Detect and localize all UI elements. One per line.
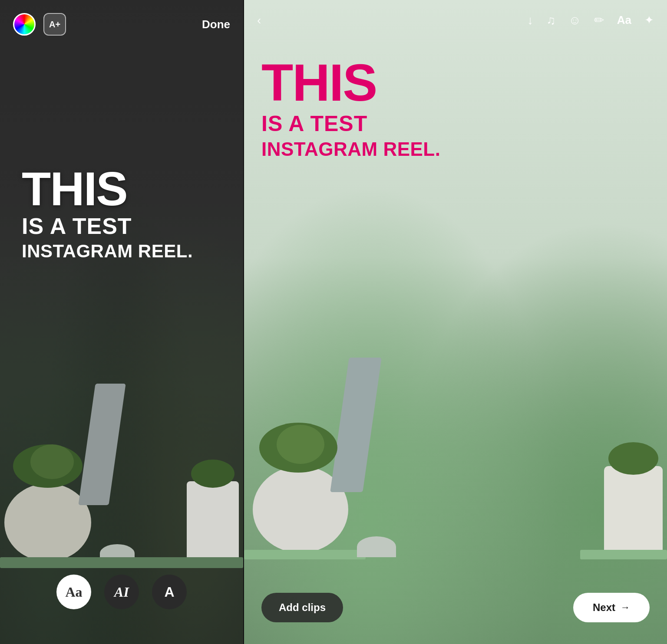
right-bottom-bar: Add clips Next → bbox=[244, 593, 667, 622]
left-text-overlay: THIS IS A TEST INSTAGRAM REEL. bbox=[22, 165, 193, 263]
left-tall-pot-plant bbox=[191, 460, 234, 488]
color-wheel-icon[interactable] bbox=[13, 13, 36, 36]
sparkle-icon[interactable]: ✦ bbox=[644, 13, 654, 27]
right-text-overlay: THIS IS A TEST INSTAGRAM REEL. bbox=[261, 56, 440, 161]
top-bar-left-icons: A+ bbox=[13, 13, 66, 36]
right-foliage-2 bbox=[277, 425, 324, 464]
next-button[interactable]: Next → bbox=[573, 593, 650, 622]
left-pot-body bbox=[4, 483, 91, 562]
left-scene-art bbox=[0, 288, 243, 592]
next-label: Next bbox=[593, 601, 615, 614]
next-arrow-icon: → bbox=[621, 602, 630, 613]
left-big-pot bbox=[4, 483, 91, 562]
text-add-label: A+ bbox=[49, 20, 60, 30]
left-panel: A+ Done THIS IS A TEST INSTAGRAM REEL. bbox=[0, 0, 243, 644]
right-tall-pot bbox=[604, 466, 663, 553]
right-title-line3: INSTAGRAM REEL. bbox=[261, 137, 440, 161]
right-title-line1: THIS bbox=[261, 56, 440, 108]
right-top-bar: ‹ ↓ ♫ ☺ ✏ Aa ✦ bbox=[244, 13, 667, 27]
add-clips-button[interactable]: Add clips bbox=[261, 593, 343, 622]
left-title-line2: IS A TEST bbox=[22, 213, 193, 240]
right-panel: ‹ ↓ ♫ ☺ ✏ Aa ✦ THIS IS A TEST INSTAGRAM … bbox=[244, 0, 667, 644]
font-style-button-italic[interactable]: AI bbox=[104, 575, 139, 609]
left-bottom-font-bar: Aa AI A bbox=[0, 575, 243, 609]
font-style-button-serif[interactable]: Aa bbox=[56, 575, 91, 609]
left-base-platform bbox=[0, 557, 243, 568]
right-base-left bbox=[244, 550, 366, 559]
done-button[interactable]: Done bbox=[202, 18, 230, 31]
music-icon[interactable]: ♫ bbox=[546, 13, 555, 27]
back-button[interactable]: ‹ bbox=[257, 13, 261, 27]
font-style-label-italic: AI bbox=[114, 584, 129, 600]
text-add-button[interactable]: A+ bbox=[43, 13, 66, 36]
emoji-icon[interactable]: ☺ bbox=[568, 13, 581, 27]
right-diagonal-slab bbox=[330, 358, 382, 492]
left-diagonal-slab bbox=[78, 384, 125, 505]
right-tall-pot-plant bbox=[608, 442, 658, 475]
left-top-bar: A+ Done bbox=[0, 13, 243, 36]
left-plant-foliage-2 bbox=[30, 444, 74, 479]
font-style-button-sans[interactable]: A bbox=[152, 575, 187, 609]
right-base-right bbox=[580, 550, 667, 559]
font-style-label-serif: Aa bbox=[65, 584, 82, 600]
font-style-label-sans: A bbox=[164, 584, 174, 600]
left-title-line3: INSTAGRAM REEL. bbox=[22, 240, 193, 263]
text-style-icon[interactable]: Aa bbox=[617, 13, 631, 27]
left-title-line1: THIS bbox=[22, 165, 193, 213]
right-scene-art bbox=[244, 253, 667, 579]
left-tall-pot bbox=[187, 481, 239, 562]
right-top-icons-group: ↓ ♫ ☺ ✏ Aa ✦ bbox=[527, 13, 654, 27]
right-title-line2: IS A TEST bbox=[261, 111, 440, 137]
download-icon[interactable]: ↓ bbox=[527, 13, 533, 27]
right-small-dome bbox=[357, 536, 396, 557]
draw-icon[interactable]: ✏ bbox=[594, 13, 604, 27]
